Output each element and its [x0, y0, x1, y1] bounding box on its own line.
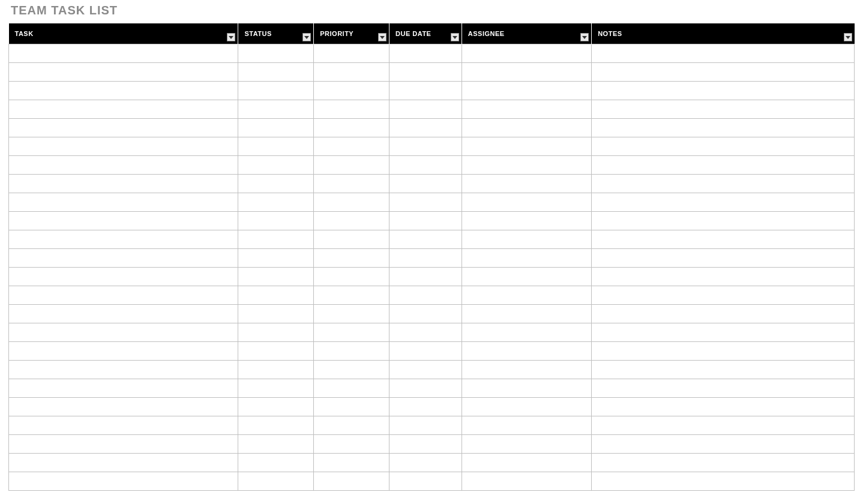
cell-priority[interactable]: [314, 472, 389, 491]
cell-task[interactable]: [9, 435, 238, 454]
cell-status[interactable]: [238, 82, 314, 100]
cell-status[interactable]: [238, 342, 314, 361]
cell-task[interactable]: [9, 472, 238, 491]
cell-status[interactable]: [238, 361, 314, 379]
cell-status[interactable]: [238, 212, 314, 230]
cell-assignee[interactable]: [462, 156, 591, 175]
filter-button-notes[interactable]: [844, 33, 852, 41]
filter-button-duedate[interactable]: [451, 33, 459, 41]
cell-status[interactable]: [238, 230, 314, 249]
cell-priority[interactable]: [314, 435, 389, 454]
cell-duedate[interactable]: [389, 119, 462, 137]
cell-notes[interactable]: [592, 137, 855, 156]
cell-notes[interactable]: [592, 379, 855, 398]
cell-assignee[interactable]: [462, 379, 591, 398]
filter-button-status[interactable]: [302, 33, 311, 41]
cell-notes[interactable]: [592, 212, 855, 230]
cell-assignee[interactable]: [462, 119, 591, 137]
cell-task[interactable]: [9, 249, 238, 268]
cell-task[interactable]: [9, 82, 238, 100]
cell-notes[interactable]: [592, 342, 855, 361]
cell-duedate[interactable]: [389, 44, 462, 63]
cell-notes[interactable]: [592, 268, 855, 286]
cell-duedate[interactable]: [389, 416, 462, 435]
cell-assignee[interactable]: [462, 305, 591, 323]
cell-status[interactable]: [238, 286, 314, 305]
cell-notes[interactable]: [592, 416, 855, 435]
cell-status[interactable]: [238, 249, 314, 268]
cell-duedate[interactable]: [389, 398, 462, 416]
cell-duedate[interactable]: [389, 100, 462, 119]
cell-notes[interactable]: [592, 472, 855, 491]
cell-priority[interactable]: [314, 305, 389, 323]
cell-duedate[interactable]: [389, 379, 462, 398]
cell-duedate[interactable]: [389, 323, 462, 342]
cell-task[interactable]: [9, 100, 238, 119]
cell-assignee[interactable]: [462, 175, 591, 193]
cell-assignee[interactable]: [462, 323, 591, 342]
cell-status[interactable]: [238, 193, 314, 212]
cell-duedate[interactable]: [389, 82, 462, 100]
cell-status[interactable]: [238, 44, 314, 63]
cell-assignee[interactable]: [462, 398, 591, 416]
cell-priority[interactable]: [314, 212, 389, 230]
cell-notes[interactable]: [592, 156, 855, 175]
cell-duedate[interactable]: [389, 137, 462, 156]
cell-assignee[interactable]: [462, 100, 591, 119]
cell-assignee[interactable]: [462, 454, 591, 472]
cell-status[interactable]: [238, 175, 314, 193]
cell-task[interactable]: [9, 119, 238, 137]
cell-task[interactable]: [9, 379, 238, 398]
cell-status[interactable]: [238, 379, 314, 398]
filter-button-priority[interactable]: [378, 33, 386, 41]
cell-notes[interactable]: [592, 249, 855, 268]
cell-task[interactable]: [9, 416, 238, 435]
cell-status[interactable]: [238, 454, 314, 472]
cell-notes[interactable]: [592, 435, 855, 454]
cell-task[interactable]: [9, 212, 238, 230]
cell-assignee[interactable]: [462, 286, 591, 305]
cell-duedate[interactable]: [389, 286, 462, 305]
cell-assignee[interactable]: [462, 82, 591, 100]
cell-notes[interactable]: [592, 100, 855, 119]
cell-duedate[interactable]: [389, 268, 462, 286]
cell-task[interactable]: [9, 454, 238, 472]
cell-priority[interactable]: [314, 416, 389, 435]
cell-task[interactable]: [9, 44, 238, 63]
cell-duedate[interactable]: [389, 472, 462, 491]
cell-notes[interactable]: [592, 286, 855, 305]
filter-button-assignee[interactable]: [580, 33, 589, 41]
cell-status[interactable]: [238, 435, 314, 454]
cell-task[interactable]: [9, 137, 238, 156]
cell-status[interactable]: [238, 100, 314, 119]
cell-priority[interactable]: [314, 454, 389, 472]
cell-duedate[interactable]: [389, 342, 462, 361]
cell-status[interactable]: [238, 137, 314, 156]
cell-task[interactable]: [9, 342, 238, 361]
cell-priority[interactable]: [314, 249, 389, 268]
cell-assignee[interactable]: [462, 63, 591, 82]
cell-priority[interactable]: [314, 100, 389, 119]
cell-assignee[interactable]: [462, 435, 591, 454]
cell-assignee[interactable]: [462, 361, 591, 379]
cell-assignee[interactable]: [462, 44, 591, 63]
cell-assignee[interactable]: [462, 472, 591, 491]
cell-priority[interactable]: [314, 156, 389, 175]
cell-priority[interactable]: [314, 361, 389, 379]
cell-duedate[interactable]: [389, 230, 462, 249]
cell-priority[interactable]: [314, 137, 389, 156]
cell-status[interactable]: [238, 323, 314, 342]
cell-task[interactable]: [9, 268, 238, 286]
cell-duedate[interactable]: [389, 249, 462, 268]
cell-task[interactable]: [9, 305, 238, 323]
cell-duedate[interactable]: [389, 435, 462, 454]
cell-priority[interactable]: [314, 119, 389, 137]
cell-priority[interactable]: [314, 286, 389, 305]
cell-priority[interactable]: [314, 323, 389, 342]
cell-priority[interactable]: [314, 44, 389, 63]
cell-notes[interactable]: [592, 323, 855, 342]
cell-status[interactable]: [238, 63, 314, 82]
cell-notes[interactable]: [592, 230, 855, 249]
cell-priority[interactable]: [314, 193, 389, 212]
cell-assignee[interactable]: [462, 416, 591, 435]
